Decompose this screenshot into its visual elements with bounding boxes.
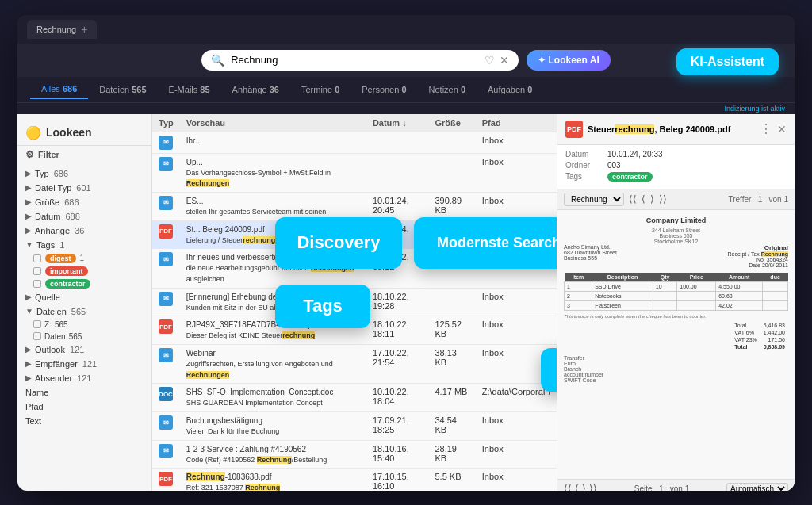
new-tab-button[interactable]: + [81,23,87,36]
tag-badge-important: important [45,266,88,276]
app-tab[interactable]: Rechnung + [27,20,97,39]
type-icon-email: ✉ [159,444,173,458]
col-datum[interactable]: Datum ↓ [366,114,429,132]
tab-personen[interactable]: Personen 0 [350,81,417,98]
tab-emails[interactable]: E-Mails 85 [158,81,221,98]
type-icon-pdf: PDF [159,319,173,334]
footer-nav-next[interactable]: ⟩ [582,483,586,491]
preview-header: PDF Steuerrechnung, Beleg 240009.pdf ⋮ ✕ [557,114,795,145]
table-row[interactable]: ✉ 1-2-3 Service : Zahlung #4190562Code (… [152,440,557,469]
tab-aufgaben[interactable]: Aufgaben 0 [477,81,543,98]
table-row[interactable]: PDF Rechnung-1083638.pdfRef: 321-1537087… [152,469,557,491]
invoice-note: This invoice is only complete when the c… [564,314,788,319]
table-row[interactable]: ✉ BuchungsbestätigungVielen Dank für Ihr… [152,412,557,441]
sidebar-item-dateityp[interactable]: ▶ Datei Typ 601 [17,181,151,195]
tag-checkbox-digest[interactable] [33,254,41,262]
sidebar-item-anhaenge[interactable]: ▶ Anhänge 36 [17,224,151,238]
search-term-select[interactable]: Rechnung [564,193,624,206]
table-row[interactable]: ✉ ES...stellen Ihr gesamtes Serviceteam … [152,192,557,220]
sidebar-sub-z[interactable]: Z: 565 [17,319,151,331]
sidebar-item-quelle[interactable]: ▶ Quelle [17,290,151,304]
checkbox-z[interactable] [33,320,41,328]
ai-button[interactable]: ✦ Lookeen AI [527,50,611,71]
sidebar-sub-daten[interactable]: Daten 565 [17,331,151,342]
search-icon: 🔍 [211,54,224,67]
sidebar-item-datum[interactable]: ▶ Datum 688 [17,209,151,224]
main-content: 🟡 Lookeen ⚙ Filter ▶ Typ 686 ▶ Datei Typ… [17,114,795,491]
filter-tabs: Alles 686 Dateien 565 E-Mails 85 Anhänge… [17,77,795,103]
footer-nav-last[interactable]: ⟩⟩ [589,483,597,491]
sidebar-item-typ[interactable]: ▶ Typ 686 [17,166,151,181]
treffer-info: Treffer 1 von 1 [728,195,788,204]
nav-first-button[interactable]: ⟨⟨ [629,193,637,205]
col-pfad[interactable]: Pfad [476,114,557,132]
tag-checkbox-important[interactable] [33,267,41,275]
page-info: Seite 1 von 1 [634,484,690,491]
sidebar-item-empfaenger[interactable]: ▶ Empfänger 121 [17,357,151,371]
invoice-receipt-label: Receipt / Tax Rechnung [727,251,788,257]
tag-item-contractor[interactable]: contractor [17,277,151,290]
tag-item-digest[interactable]: digest 1 [17,252,151,265]
preview-tag-badge: contractor [607,172,653,182]
sidebar-item-outlook[interactable]: ▶ Outlook 121 [17,342,151,357]
sidebar-item-name[interactable]: Name [17,385,151,400]
nav-prev-button[interactable]: ⟨ [642,193,645,205]
chevron-icon: ▼ [25,240,33,249]
footer-nav-first[interactable]: ⟨⟨ [564,483,572,491]
tag-badge-digest: digest [45,254,76,263]
sidebar-item-pfad[interactable]: Pfad [17,400,151,414]
sidebar-item-dateien[interactable]: ▼ Dateien 565 [17,304,151,319]
sidebar-item-text[interactable]: Text [17,414,151,428]
checkbox-daten[interactable] [33,332,41,340]
tag-checkbox-contractor[interactable] [33,280,41,288]
sidebar-item-groesse[interactable]: ▶ Größe 686 [17,195,151,209]
col-vorschau[interactable]: Vorschau [180,114,366,132]
preview-menu-icon[interactable]: ⋮ [760,121,772,136]
payment-info: Transfer Euro Branch account number SWIF… [564,355,788,383]
sidebar-filter-header: ⚙ Filter [17,146,151,166]
search-box: 🔍 ♡ ✕ [201,50,519,71]
invoice-row: 2Notebooks60.63 [565,291,788,300]
preview-meta: Datum 10.01.24, 20:33 Ordner 003 Tags co… [557,145,795,189]
table-row[interactable]: PDF RJP49X_39F718FA7D7B40DB4B.pdfDieser … [152,316,557,345]
datum-value: 10.01.24, 20:33 [607,150,663,159]
sidebar-item-absender[interactable]: ▶ Absender 121 [17,371,151,385]
col-groesse[interactable]: Größe [428,114,475,132]
preview-close-button[interactable]: ✕ [777,123,787,136]
zoom-select[interactable]: Automatisch 50% 100% 150% [726,483,788,491]
type-icon-email: ✉ [159,415,173,430]
tab-termine[interactable]: Termine 0 [290,81,350,98]
type-icon-email: ✉ [159,136,173,150]
table-row[interactable]: ✉ Up...Das Vorhangeschloss-Symbol + MwSt… [152,153,557,192]
clear-search-icon[interactable]: ✕ [500,54,509,67]
chevron-icon: ▶ [25,226,32,235]
tab-alles[interactable]: Alles 686 [30,80,88,99]
table-row[interactable]: ✉ Ihr... Inbox [152,132,557,153]
invoice-info: Ancho Simany Ltd.682 Downtown StreetBusi… [564,244,788,268]
sidebar-item-tags[interactable]: ▼ Tags 1 [17,238,151,252]
tag-item-important[interactable]: important [17,265,151,277]
nav-next-button[interactable]: ⟩ [650,193,654,205]
tab-anhaenge[interactable]: Anhänge 36 [221,81,290,98]
logo-text: Lookeen [46,126,92,139]
chevron-icon: ▶ [25,359,32,368]
table-row[interactable]: ✉ WebinarZugriffsrechten, Erstellung von… [152,345,557,384]
search-input[interactable] [231,54,478,66]
chevron-icon: ▼ [25,307,33,316]
col-typ[interactable]: Typ [152,114,180,132]
favorite-icon[interactable]: ♡ [485,54,495,67]
tab-notizen[interactable]: Notizen 0 [418,81,477,98]
nav-last-button[interactable]: ⟩⟩ [659,193,667,205]
table-row[interactable]: DOC SHS_SF-O_Implementation_Concept.docS… [152,384,557,412]
table-row[interactable]: PDF St... Beleg 240009.pdfLieferung / St… [152,220,557,249]
table-row[interactable]: ✉ [Erinnerung] Erhebung der Mehrwertsteu… [152,288,557,316]
filter-icon: ⚙ [25,149,34,160]
chevron-icon: ▶ [25,197,32,206]
tab-dateien[interactable]: Dateien 565 [88,81,157,98]
footer-nav-prev[interactable]: ⟨ [575,483,579,491]
chevron-icon: ▶ [25,169,32,178]
table-row[interactable]: ✉ Ihr neues und verbessertes Bargeldkont… [152,249,557,288]
search-area: 🔍 ♡ ✕ ✦ Lookeen AI KI-Assistent [17,44,795,77]
title-bar: Rechnung + [17,15,795,44]
chevron-icon: ▶ [25,373,32,382]
